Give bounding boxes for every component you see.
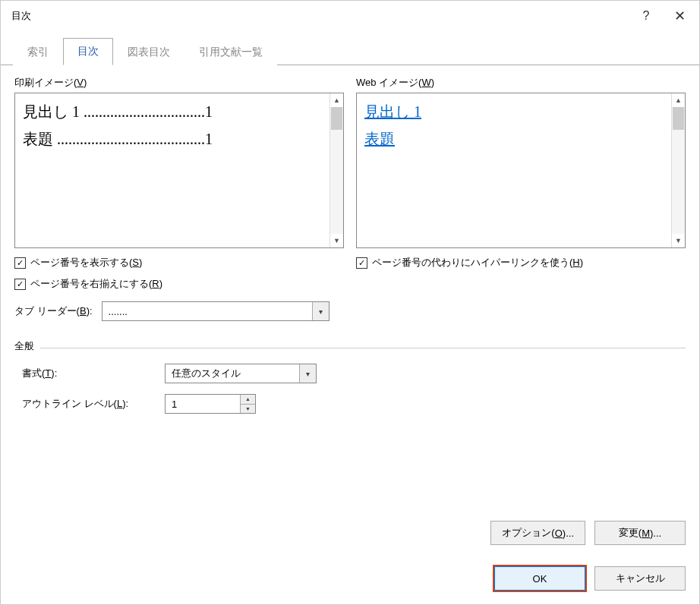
titlebar: 目次 ? ✕ bbox=[1, 1, 699, 31]
print-preview-line-1: 見出し 1 ................................1 bbox=[23, 98, 322, 125]
options-button[interactable]: オプション(O)... bbox=[490, 521, 585, 545]
tab-strip: 索引 目次 図表目次 引用文献一覧 bbox=[1, 37, 699, 65]
print-preview-content: 見出し 1 ................................1 … bbox=[15, 93, 330, 247]
tab-leader-row: タブ リーダー(B): ....... ▾ bbox=[14, 301, 344, 321]
format-row: 書式(T): 任意のスタイル ▾ bbox=[22, 364, 678, 383]
chevron-down-icon[interactable]: ▾ bbox=[299, 364, 316, 383]
tab-index[interactable]: 索引 bbox=[13, 39, 63, 65]
help-icon: ? bbox=[643, 9, 650, 23]
format-label: 書式(T): bbox=[22, 367, 151, 380]
scroll-track[interactable] bbox=[330, 107, 343, 234]
general-heading: 全般 bbox=[14, 339, 34, 353]
outline-level-label: アウトライン レベル(L): bbox=[22, 397, 151, 411]
modify-button[interactable]: 変更(M)... bbox=[594, 521, 686, 545]
tab-citations[interactable]: 引用文献一覧 bbox=[184, 39, 277, 65]
print-preview-column: 印刷イメージ(V) 見出し 1 ........................… bbox=[14, 76, 344, 321]
general-section: 全般 書式(T): 任意のスタイル ▾ アウトライン レベル(L): bbox=[14, 339, 686, 424]
outline-level-row: アウトライン レベル(L): 1 ▲ ▼ bbox=[22, 394, 678, 414]
format-value: 任意のスタイル bbox=[166, 367, 299, 380]
checkbox-right-align-page-numbers[interactable]: ページ番号を右揃えにする(R) bbox=[14, 277, 344, 291]
checkbox-icon[interactable] bbox=[14, 257, 26, 269]
dialog-footer: OK キャンセル bbox=[1, 556, 699, 604]
scroll-down-icon[interactable]: ▼ bbox=[672, 234, 685, 247]
web-preview-label: Web イメージ(W) bbox=[356, 76, 686, 90]
ok-button[interactable]: OK bbox=[494, 566, 585, 591]
web-preview-column: Web イメージ(W) 見出し 1 表題 ▲ ▼ bbox=[356, 76, 686, 321]
options-row: オプション(O)... 変更(M)... bbox=[14, 509, 686, 545]
scroll-thumb[interactable] bbox=[673, 107, 684, 130]
tab-content: 印刷イメージ(V) 見出し 1 ........................… bbox=[1, 65, 699, 556]
web-preview-link-1[interactable]: 見出し 1 bbox=[364, 103, 421, 120]
tab-leader-value: ....... bbox=[102, 306, 312, 317]
checkbox-show-page-numbers[interactable]: ページ番号を表示する(S) bbox=[14, 256, 344, 269]
checkbox-icon[interactable] bbox=[14, 279, 26, 290]
checkbox-use-hyperlinks[interactable]: ページ番号の代わりにハイパーリンクを使う(H) bbox=[356, 256, 686, 269]
print-preview-scrollbar[interactable]: ▲ ▼ bbox=[330, 93, 343, 247]
format-dropdown[interactable]: 任意のスタイル ▾ bbox=[165, 364, 317, 383]
tab-leader-dropdown[interactable]: ....... ▾ bbox=[102, 301, 330, 321]
scroll-thumb[interactable] bbox=[331, 107, 342, 130]
checkbox-label: ページ番号を表示する(S) bbox=[30, 256, 142, 269]
close-button[interactable]: ✕ bbox=[663, 2, 696, 30]
spinner-down-icon[interactable]: ▼ bbox=[241, 405, 255, 414]
close-icon: ✕ bbox=[674, 8, 686, 24]
spinner-up-icon[interactable]: ▲ bbox=[241, 395, 255, 405]
help-button[interactable]: ? bbox=[629, 2, 663, 30]
web-preview-content: 見出し 1 表題 bbox=[357, 93, 671, 247]
toc-dialog: 目次 ? ✕ 索引 目次 図表目次 引用文献一覧 印刷イメージ(V) 見出し 1… bbox=[0, 0, 700, 605]
tab-leader-label: タブ リーダー(B): bbox=[14, 304, 93, 318]
print-preview-line-2: 表題 .....................................… bbox=[23, 125, 322, 153]
scroll-track[interactable] bbox=[672, 107, 685, 234]
checkbox-icon[interactable] bbox=[356, 257, 367, 269]
preview-row: 印刷イメージ(V) 見出し 1 ........................… bbox=[14, 76, 686, 321]
checkbox-label: ページ番号を右揃えにする(R) bbox=[30, 277, 162, 291]
web-preview-scrollbar[interactable]: ▲ ▼ bbox=[671, 93, 685, 247]
chevron-down-icon[interactable]: ▾ bbox=[312, 302, 329, 320]
print-preview-box: 見出し 1 ................................1 … bbox=[14, 93, 344, 248]
scroll-up-icon[interactable]: ▲ bbox=[330, 93, 343, 107]
web-preview-link-2[interactable]: 表題 bbox=[364, 131, 395, 147]
print-preview-label: 印刷イメージ(V) bbox=[14, 76, 344, 90]
outline-level-value: 1 bbox=[166, 395, 240, 413]
scroll-up-icon[interactable]: ▲ bbox=[672, 93, 685, 107]
web-preview-box: 見出し 1 表題 ▲ ▼ bbox=[356, 93, 686, 248]
scroll-down-icon[interactable]: ▼ bbox=[330, 234, 343, 247]
checkbox-label: ページ番号の代わりにハイパーリンクを使う(H) bbox=[372, 256, 583, 269]
dialog-title: 目次 bbox=[11, 9, 629, 23]
cancel-button[interactable]: キャンセル bbox=[594, 566, 686, 591]
outline-level-spinner[interactable]: 1 ▲ ▼ bbox=[165, 394, 256, 414]
tab-figures[interactable]: 図表目次 bbox=[113, 39, 184, 65]
tab-toc[interactable]: 目次 bbox=[63, 38, 113, 65]
